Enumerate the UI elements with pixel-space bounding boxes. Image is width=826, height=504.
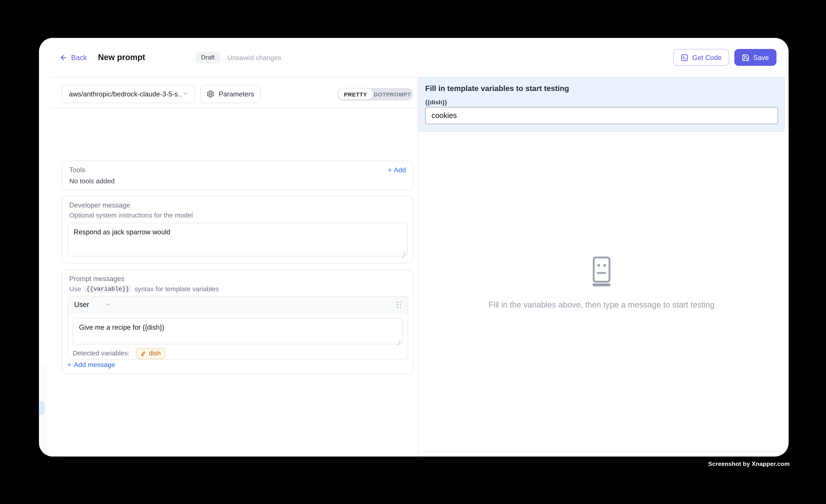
- developer-message-title: Developer message: [69, 201, 130, 209]
- resize-handle-icon[interactable]: [402, 250, 406, 254]
- prompt-messages-title: Prompt messages: [69, 275, 124, 283]
- back-arrow-icon: [60, 54, 67, 61]
- variable-syntax-chip: {{variable}}: [84, 286, 132, 293]
- empty-state-text: Fill in the variables above, then type a…: [488, 300, 714, 310]
- message-role-header: User: [68, 297, 408, 314]
- watermark-text: Screenshot by Xnapper.com: [708, 461, 789, 467]
- page-title: New prompt: [98, 53, 145, 62]
- status-badge: Draft: [196, 52, 220, 63]
- model-select[interactable]: aws/anthropic/bedrock-claude-3-5-s...: [62, 85, 195, 103]
- add-message-button[interactable]: + Add message: [67, 361, 115, 369]
- editor-panel: aws/anthropic/bedrock-claude-3-5-s... Pa…: [39, 77, 417, 456]
- toggle-dotprompt[interactable]: DOTPROMPT: [373, 91, 412, 97]
- format-toggle: PRETTY DOTPROMPT: [337, 87, 413, 100]
- developer-message-subtitle: Optional system instructions for the mod…: [62, 209, 413, 219]
- dish-variable-label: {{dish}}: [425, 99, 447, 105]
- chat-empty-state: Fill in the variables above, then type a…: [418, 256, 785, 310]
- developer-message-textarea[interactable]: Respond as jack sparrow would: [67, 223, 408, 256]
- save-button[interactable]: Save: [734, 49, 776, 66]
- tools-title: Tools: [69, 166, 85, 174]
- model-toolbar: aws/anthropic/bedrock-claude-3-5-s... Pa…: [39, 77, 417, 107]
- unsaved-changes-text: Unsaved changes: [227, 54, 281, 61]
- dish-variable-input[interactable]: [425, 107, 778, 124]
- message-textarea[interactable]: Give me a recipe for {{dish}}: [73, 318, 403, 344]
- fill-variables-title: Fill in template variables to start test…: [425, 84, 569, 93]
- screenshot-stage: Back New prompt Draft Unsaved changes Ge…: [0, 0, 826, 504]
- template-variables-bar: Fill in template variables to start test…: [418, 77, 785, 132]
- role-select-value[interactable]: User: [74, 301, 89, 309]
- plus-icon: +: [67, 361, 71, 369]
- app-window: Back New prompt Draft Unsaved changes Ge…: [39, 38, 788, 456]
- toggle-pretty[interactable]: PRETTY: [338, 88, 373, 100]
- tools-card: Tools + Add No tools added: [62, 161, 413, 190]
- chevron-down-icon: [182, 90, 189, 97]
- bot-face-icon: [592, 256, 610, 287]
- back-button[interactable]: Back: [60, 54, 87, 61]
- drag-handle-icon[interactable]: [397, 302, 401, 308]
- save-icon: [742, 54, 750, 61]
- left-rail-highlight: [39, 401, 45, 415]
- test-panel: Fill in template variables to start test…: [418, 77, 788, 456]
- tools-empty-text: No tools added: [62, 174, 413, 185]
- code-icon: [681, 54, 689, 61]
- chat-divider: [418, 451, 785, 452]
- pencil-icon: [140, 351, 146, 357]
- prompt-messages-card: Prompt messages Use {{variable}} syntax …: [62, 270, 413, 374]
- developer-message-card: Developer message Optional system instru…: [62, 196, 413, 263]
- get-code-button[interactable]: Get Code: [673, 49, 729, 66]
- detected-variables-row: Detected variables: dish: [73, 348, 403, 359]
- model-select-value: aws/anthropic/bedrock-claude-3-5-s...: [69, 90, 182, 98]
- variable-chip-dish[interactable]: dish: [136, 348, 165, 359]
- resize-handle-icon[interactable]: [397, 338, 401, 342]
- prompt-messages-subtitle: Use {{variable}} syntax for template var…: [62, 283, 413, 293]
- chevron-down-icon[interactable]: [105, 302, 111, 308]
- header-actions: Get Code Save: [673, 49, 776, 66]
- detected-variables-label: Detected variables:: [73, 350, 129, 357]
- toolbar-divider: [50, 107, 417, 108]
- back-label: Back: [71, 54, 87, 61]
- header: Back New prompt Draft Unsaved changes Ge…: [39, 38, 788, 77]
- message-block: User Give me a recipe for {{dish}} De: [67, 296, 408, 360]
- plus-icon: +: [388, 166, 392, 174]
- left-rail-popover: [39, 455, 54, 456]
- gear-icon: [206, 90, 215, 98]
- add-tool-button[interactable]: + Add: [388, 166, 406, 174]
- parameters-button[interactable]: Parameters: [200, 85, 260, 103]
